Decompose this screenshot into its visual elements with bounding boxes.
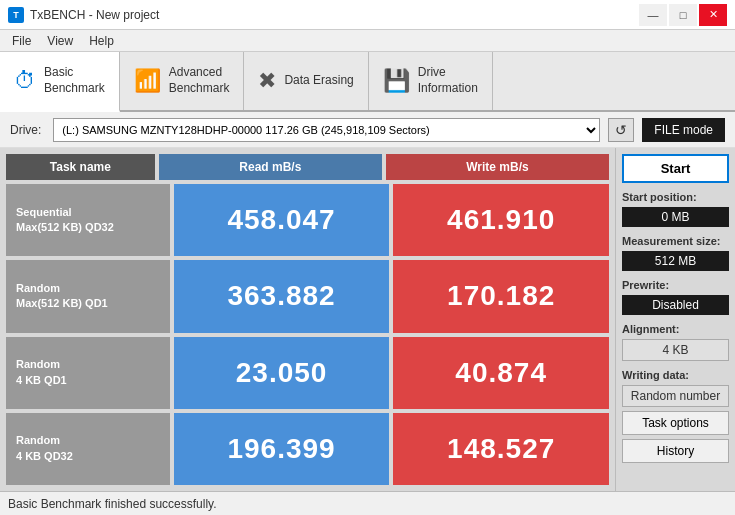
task-name-random-4k-qd32: Random 4 KB QD32	[6, 413, 170, 485]
start-position-value: 0 MB	[622, 207, 729, 227]
drive-information-icon: 💾	[383, 68, 410, 94]
minimize-button[interactable]: —	[639, 4, 667, 26]
start-position-label: Start position:	[622, 191, 729, 203]
start-button[interactable]: Start	[622, 154, 729, 183]
drive-refresh-button[interactable]: ↺	[608, 118, 634, 142]
main-content: Task name Read mB/s Write mB/s Sequentia…	[0, 148, 735, 491]
window-title: TxBENCH - New project	[30, 8, 639, 22]
prewrite-value: Disabled	[622, 295, 729, 315]
write-value-random-512: 170.182	[393, 260, 609, 332]
basic-benchmark-label: BasicBenchmark	[44, 65, 105, 96]
benchmark-area: Task name Read mB/s Write mB/s Sequentia…	[0, 148, 615, 491]
tab-advanced-benchmark[interactable]: 📶 AdvancedBenchmark	[120, 52, 245, 110]
table-row: Random Max(512 KB) QD1 363.882 170.182	[6, 260, 609, 332]
table-row: Random 4 KB QD1 23.050 40.874	[6, 337, 609, 409]
app-icon: T	[8, 7, 24, 23]
drive-information-label: DriveInformation	[418, 65, 478, 96]
status-bar: Basic Benchmark finished successfully.	[0, 491, 735, 515]
measurement-size-label: Measurement size:	[622, 235, 729, 247]
file-mode-button[interactable]: FILE mode	[642, 118, 725, 142]
task-name-random-512: Random Max(512 KB) QD1	[6, 260, 170, 332]
task-name-random-4k-qd1: Random 4 KB QD1	[6, 337, 170, 409]
toolbar: ⏱ BasicBenchmark 📶 AdvancedBenchmark ✖ D…	[0, 52, 735, 112]
close-button[interactable]: ✕	[699, 4, 727, 26]
tab-data-erasing[interactable]: ✖ Data Erasing	[244, 52, 368, 110]
advanced-benchmark-label: AdvancedBenchmark	[169, 65, 230, 96]
read-value-sequential: 458.047	[174, 184, 390, 256]
writing-data-value: Random number	[622, 385, 729, 407]
tab-basic-benchmark[interactable]: ⏱ BasicBenchmark	[0, 52, 120, 112]
menu-bar: File View Help	[0, 30, 735, 52]
menu-help[interactable]: Help	[81, 32, 122, 50]
data-erasing-label: Data Erasing	[284, 73, 353, 89]
menu-view[interactable]: View	[39, 32, 81, 50]
drive-bar: Drive: (L:) SAMSUNG MZNTY128HDHP-00000 1…	[0, 112, 735, 148]
tab-drive-information[interactable]: 💾 DriveInformation	[369, 52, 493, 110]
alignment-value: 4 KB	[622, 339, 729, 361]
basic-benchmark-icon: ⏱	[14, 68, 36, 94]
read-value-random-512: 363.882	[174, 260, 390, 332]
advanced-benchmark-icon: 📶	[134, 68, 161, 94]
right-panel: Start Start position: 0 MB Measurement s…	[615, 148, 735, 491]
benchmark-header: Task name Read mB/s Write mB/s	[6, 154, 609, 180]
col-header-write: Write mB/s	[386, 154, 609, 180]
history-button[interactable]: History	[622, 439, 729, 463]
measurement-size-value: 512 MB	[622, 251, 729, 271]
menu-file[interactable]: File	[4, 32, 39, 50]
write-value-sequential: 461.910	[393, 184, 609, 256]
data-erasing-icon: ✖	[258, 68, 276, 94]
task-options-button[interactable]: Task options	[622, 411, 729, 435]
drive-label: Drive:	[10, 123, 41, 137]
title-bar: T TxBENCH - New project — □ ✕	[0, 0, 735, 30]
read-value-random-4k-qd1: 23.050	[174, 337, 390, 409]
write-value-random-4k-qd1: 40.874	[393, 337, 609, 409]
maximize-button[interactable]: □	[669, 4, 697, 26]
alignment-label: Alignment:	[622, 323, 729, 335]
drive-select[interactable]: (L:) SAMSUNG MZNTY128HDHP-00000 117.26 G…	[53, 118, 600, 142]
writing-data-label: Writing data:	[622, 369, 729, 381]
col-header-read: Read mB/s	[159, 154, 382, 180]
task-name-sequential: Sequential Max(512 KB) QD32	[6, 184, 170, 256]
table-row: Random 4 KB QD32 196.399 148.527	[6, 413, 609, 485]
status-text: Basic Benchmark finished successfully.	[8, 497, 217, 511]
prewrite-label: Prewrite:	[622, 279, 729, 291]
table-row: Sequential Max(512 KB) QD32 458.047 461.…	[6, 184, 609, 256]
window-controls: — □ ✕	[639, 4, 727, 26]
col-header-task: Task name	[6, 154, 155, 180]
write-value-random-4k-qd32: 148.527	[393, 413, 609, 485]
read-value-random-4k-qd32: 196.399	[174, 413, 390, 485]
